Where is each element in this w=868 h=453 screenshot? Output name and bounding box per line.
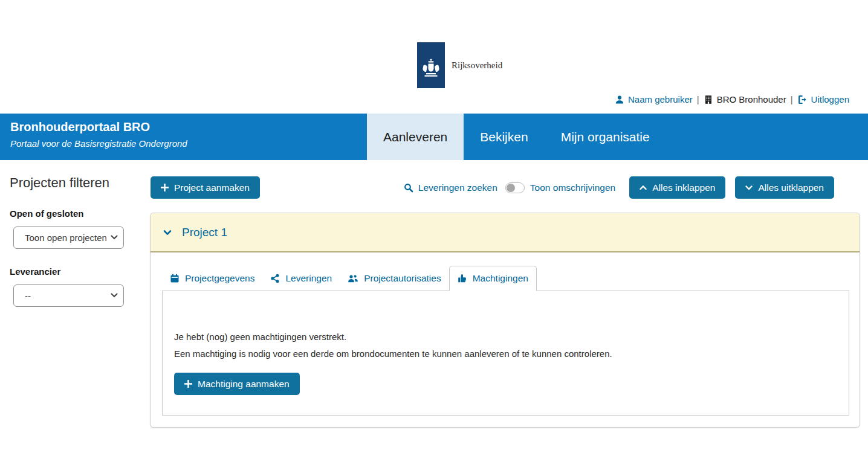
logout-label: Uitloggen	[811, 94, 849, 104]
expand-all-label: Alles uitklappen	[758, 182, 824, 193]
search-deliveries-label: Leveringen zoeken	[418, 182, 497, 193]
separator: |	[786, 94, 797, 104]
main-navbar: Bronhouderportaal BRO Portaal voor de Ba…	[0, 114, 868, 160]
nav-item-mijn-organisatie[interactable]: Mijn organisatie	[545, 114, 666, 160]
chevron-down-icon	[163, 230, 172, 236]
tab-label: Leveringen	[285, 273, 332, 284]
tab-projectautorisaties[interactable]: Projectautorisaties	[340, 266, 449, 291]
leverancier-select[interactable]: --	[13, 284, 124, 307]
rijksoverheid-logo: Rijksoverheid	[417, 42, 502, 88]
filter-label-leverancier: Leverancier	[10, 266, 137, 277]
chevron-down-icon	[745, 185, 753, 190]
tab-label: Machtigingen	[473, 273, 528, 284]
calendar-icon	[170, 274, 180, 283]
project-title: Project 1	[182, 226, 227, 239]
tab-leveringen[interactable]: Leveringen	[262, 266, 340, 291]
projects-toolbar: Project aanmaken Leveringen zoeken Toon …	[151, 176, 860, 199]
show-descriptions-label: Toon omschrijvingen	[530, 182, 615, 193]
rijksoverheid-coat-of-arms	[417, 42, 445, 88]
tab-projectgegevens[interactable]: Projectgegevens	[162, 266, 262, 291]
logo-label: Rijksoverheid	[452, 60, 502, 88]
coat-of-arms-icon	[421, 58, 441, 82]
app-title: Bronhouderportaal BRO	[10, 120, 187, 134]
create-authorisation-button[interactable]: Machtiging aanmaken	[174, 373, 300, 395]
organisation-indicator: BRO Bronhouder	[704, 94, 786, 104]
plus-icon	[161, 184, 169, 191]
user-icon	[615, 95, 624, 104]
user-name: Naam gebruiker	[628, 94, 693, 104]
filter-label-open-gesloten: Open of gesloten	[10, 208, 137, 219]
create-project-label: Project aanmaken	[174, 182, 250, 193]
tab-machtigingen[interactable]: Machtigingen	[449, 266, 537, 291]
toggle-knob	[507, 184, 515, 192]
leverancier-select-wrap: --	[13, 284, 124, 307]
machtigingen-panel: Je hebt (nog) geen machtigingen verstrek…	[162, 291, 849, 416]
tab-label: Projectgegevens	[185, 273, 254, 284]
thumbs-up-icon	[458, 274, 467, 283]
tab-label: Projectautorisaties	[364, 273, 441, 284]
nav-menu: Aanleveren Bekijken Mijn organisatie	[367, 114, 666, 160]
create-project-button[interactable]: Project aanmaken	[151, 176, 260, 199]
toolbar-right-group: Leveringen zoeken Toon omschrijvingen Al…	[404, 176, 834, 199]
brand-block: Bronhouderportaal BRO Portaal voor de Ba…	[10, 120, 187, 149]
sidebar-title: Projecten filteren	[10, 175, 137, 191]
no-authorisations-text: Je hebt (nog) geen machtigingen verstrek…	[174, 329, 837, 345]
expand-all-button[interactable]: Alles uitklappen	[735, 176, 834, 199]
authorisation-info-text: Een machtiging is nodig voor een derde o…	[174, 345, 837, 362]
logout-link[interactable]: Uitloggen	[797, 94, 849, 104]
open-gesloten-select-wrap: Toon open projecten	[13, 226, 124, 249]
search-icon	[404, 183, 413, 193]
bronhouderportaal-page: Rijksoverheid Naam gebruiker |	[0, 0, 868, 453]
current-user-link[interactable]: Naam gebruiker	[615, 94, 693, 104]
open-gesloten-select[interactable]: Toon open projecten	[13, 226, 124, 249]
collapse-all-label: Alles inklappen	[652, 182, 715, 193]
separator: |	[693, 94, 704, 104]
user-bar: Naam gebruiker | BRO Bronhouder	[615, 94, 849, 104]
chevron-up-icon	[640, 185, 647, 190]
project-card-body: Projectgegevens Leveringen	[151, 252, 860, 427]
users-icon	[348, 274, 358, 283]
plus-icon	[184, 380, 192, 388]
share-icon	[270, 274, 280, 283]
logout-icon	[797, 95, 808, 104]
organisation-name: BRO Bronhouder	[717, 94, 786, 104]
collapse-all-button[interactable]: Alles inklappen	[629, 176, 725, 199]
search-deliveries-link[interactable]: Leveringen zoeken	[404, 182, 497, 193]
create-authorisation-label: Machtiging aanmaken	[198, 379, 290, 390]
nav-item-bekijken[interactable]: Bekijken	[464, 114, 544, 160]
nav-item-aanleveren[interactable]: Aanleveren	[367, 114, 464, 160]
filter-sidebar: Projecten filteren Open of gesloten Toon…	[10, 175, 137, 307]
project-header[interactable]: Project 1	[151, 213, 860, 252]
building-icon	[704, 95, 713, 104]
top-header: Rijksoverheid Naam gebruiker |	[0, 0, 868, 114]
app-subtitle: Portaal voor de Basisregistratie Ondergr…	[10, 138, 187, 149]
project-card: Project 1 Projectg	[150, 213, 860, 428]
project-tabs: Projectgegevens Leveringen	[162, 266, 849, 291]
show-descriptions-toggle[interactable]	[505, 182, 525, 193]
